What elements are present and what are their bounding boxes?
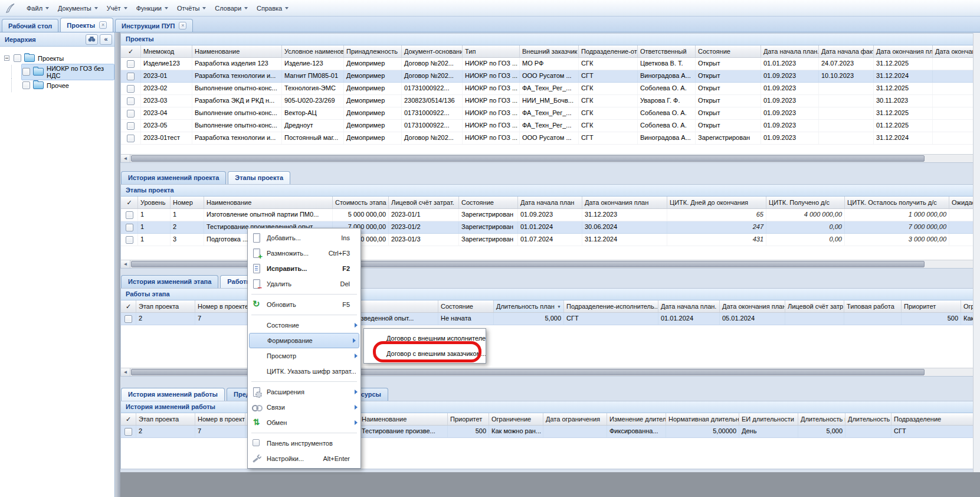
column-header[interactable]: ЦИТК. Осталось получить д/с <box>845 197 949 208</box>
column-header[interactable]: Дата начала план. <box>658 300 720 312</box>
column-header[interactable]: Длительность план▼ <box>494 300 564 312</box>
table-row[interactable]: 2023-02Выполнение опытно-конс...Технолог… <box>121 83 973 95</box>
column-header[interactable]: Ограничение <box>489 413 543 425</box>
column-header[interactable]: Длительность факт <box>845 413 891 425</box>
tree-checkbox[interactable] <box>22 81 30 89</box>
row-checkbox[interactable] <box>127 60 135 68</box>
column-header[interactable]: Состояние <box>459 197 518 208</box>
column-header[interactable]: Дата окончания план <box>874 45 933 57</box>
section-tab[interactable]: История изменений работы <box>121 388 225 401</box>
column-header[interactable]: Приоритет <box>902 300 961 312</box>
column-header[interactable]: ЦИТК. Получено д/с <box>766 197 845 208</box>
column-header[interactable]: Стоимость этапа <box>333 197 389 208</box>
column-header[interactable]: Лицевой счёт затр <box>785 300 844 312</box>
menu-documents[interactable]: Документы <box>53 3 101 14</box>
close-icon[interactable]: × <box>99 21 107 29</box>
column-header[interactable]: Принадлежность <box>344 45 402 57</box>
table-row[interactable]: 2023-03Разработка ЭКД и РКД н...905-U020… <box>121 95 973 107</box>
column-header[interactable]: Дата окончания план <box>720 300 785 312</box>
context-menu-item[interactable]: Расширения <box>248 384 360 400</box>
context-menu-item[interactable]: УдалитьDel <box>248 276 360 292</box>
vertical-scrollbar[interactable] <box>973 33 980 472</box>
context-menu-item[interactable]: ОбновитьF5 <box>248 297 360 312</box>
column-header[interactable]: Приоритет <box>448 413 489 425</box>
section-tab[interactable]: История изменений проекта <box>121 171 226 184</box>
column-header[interactable]: Длительность план <box>798 413 845 425</box>
table-row[interactable]: 2023-01тестРазработка технологии и...Пос… <box>121 132 973 145</box>
column-header[interactable]: Лицевой счёт затрат. <box>389 197 459 208</box>
column-header[interactable]: Дата окончания факт <box>933 45 974 57</box>
column-header[interactable]: Условное наименование <box>282 45 344 57</box>
context-menu-item[interactable]: Размножить...Ctrl+F3 <box>248 246 360 261</box>
scroll-left-icon[interactable]: ◄ <box>121 260 130 268</box>
column-header[interactable]: Дата ограничения <box>543 413 607 425</box>
row-checkbox[interactable] <box>124 428 132 436</box>
tab-pup-instructions[interactable]: Инструкции ПУП× <box>115 19 193 32</box>
context-menu-item[interactable]: Обмен <box>248 415 360 430</box>
column-header[interactable]: Дата начала план. <box>761 45 819 57</box>
row-checkbox[interactable] <box>127 122 135 130</box>
search-icon[interactable] <box>86 34 98 45</box>
column-header[interactable]: ✓ <box>121 413 136 425</box>
table-row[interactable]: 2023-05Выполнение опытно-конс...Дредноут… <box>121 120 973 132</box>
row-checkbox[interactable] <box>127 110 135 117</box>
table-row[interactable]: Изделие123Разработка изделия 123Изделие-… <box>121 58 973 70</box>
column-header[interactable]: Подразделение-ответств <box>579 45 638 57</box>
table-row[interactable]: 2023-04Выполнение опытно-конс...Вектор-А… <box>121 107 973 120</box>
tab-desktop[interactable]: Рабочий стол <box>2 19 58 32</box>
menu-dictionaries[interactable]: Словари <box>209 3 251 14</box>
column-header[interactable]: Мнемокод <box>141 45 192 57</box>
row-checkbox[interactable] <box>127 73 135 80</box>
column-header[interactable]: Подразделение-исполнитель.. <box>564 300 658 312</box>
table-row[interactable]: 11Изготовление опытной партии ПМ0...5 00… <box>121 209 973 221</box>
column-header[interactable]: ЦИТК. Дней до окончания <box>667 197 766 208</box>
context-menu-item[interactable]: Панель инструментов <box>248 436 360 451</box>
horizontal-scrollbar[interactable]: ◄ <box>121 154 973 162</box>
context-menu-item[interactable]: Состояние <box>248 318 360 333</box>
sidebar-splitter[interactable] <box>115 32 120 497</box>
column-header[interactable]: Нормативная длительность <box>666 413 739 425</box>
column-header[interactable]: Этап проекта <box>136 300 195 312</box>
scroll-left-icon[interactable]: ◄ <box>121 368 130 376</box>
column-header[interactable]: ЕИ длительности <box>739 413 798 425</box>
context-menu-item[interactable]: Формирование <box>249 333 359 348</box>
column-header[interactable]: Уровень <box>138 197 171 208</box>
column-header[interactable]: Наименование <box>192 45 282 57</box>
section-tab[interactable]: Этапы проекта <box>228 171 290 184</box>
column-header[interactable]: Дата начала план <box>518 197 582 208</box>
close-icon[interactable]: × <box>179 22 186 30</box>
column-header[interactable]: ✓ <box>121 197 138 208</box>
row-checkbox[interactable] <box>126 236 133 244</box>
menu-accounting[interactable]: Учёт <box>101 3 131 14</box>
column-header[interactable]: Ответственный <box>638 45 696 57</box>
context-menu-item[interactable]: Просмотр <box>248 348 360 364</box>
column-header[interactable]: Дата начала факт. <box>819 45 874 57</box>
menu-reports[interactable]: Отчёты <box>172 3 209 14</box>
column-header[interactable]: Тип <box>463 45 520 57</box>
context-menu-item[interactable]: Настройки...Alt+Enter <box>248 451 360 466</box>
column-header[interactable]: Типовая работа <box>844 300 902 312</box>
row-checkbox[interactable] <box>124 315 132 323</box>
row-checkbox[interactable] <box>126 224 133 231</box>
column-header[interactable]: Изменение длительности <box>607 413 666 425</box>
menu-help[interactable]: Справка <box>251 3 292 14</box>
table-row[interactable]: 2023-01Разработка технологии и...Магнит … <box>121 70 973 83</box>
column-header[interactable]: Номер в проекте <box>195 413 245 425</box>
tree-item-niokr-goz[interactable]: НИОКР по ГОЗ без НДС <box>3 65 114 79</box>
context-menu-item[interactable]: Исправить...F2 <box>248 261 360 276</box>
tree-item-projects[interactable]: Проекты <box>3 51 114 65</box>
context-menu-item[interactable]: Связи <box>248 400 360 415</box>
row-checkbox[interactable] <box>127 97 135 105</box>
column-header[interactable]: Дата окончания план <box>582 197 667 208</box>
section-tab[interactable]: История изменений этапа <box>121 275 218 288</box>
column-header[interactable]: ✓ <box>121 45 141 57</box>
collapse-minus-icon[interactable] <box>4 55 9 61</box>
row-checkbox[interactable] <box>127 85 135 93</box>
tree-checkbox[interactable] <box>22 68 30 76</box>
column-header[interactable]: ✓ <box>121 300 136 312</box>
column-header[interactable]: Документ-основание <box>402 45 463 57</box>
context-menu-item[interactable]: Добавить...Ins <box>248 230 360 246</box>
tree-item-other[interactable]: Прочее <box>3 79 114 92</box>
column-header[interactable]: Состояние <box>696 45 761 57</box>
scrollbar-thumb[interactable] <box>131 155 925 162</box>
